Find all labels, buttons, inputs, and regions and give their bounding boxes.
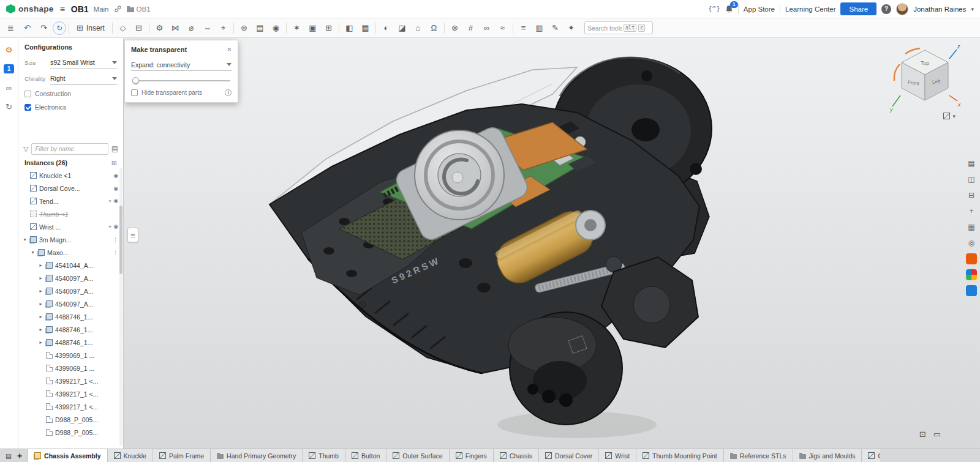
- linear-pattern-icon[interactable]: ▤: [252, 21, 268, 35]
- panel-toggle-button[interactable]: ≣: [127, 228, 138, 242]
- simulation-icon[interactable]: ≈: [495, 21, 510, 35]
- tab-thumb-mounting-point[interactable]: Thumb Mounting Point: [636, 449, 724, 462]
- integrated-app-multi-icon[interactable]: [966, 269, 977, 280]
- electronics-checkbox-row[interactable]: Electronics: [18, 100, 123, 114]
- tab-thumb[interactable]: Thumb: [303, 449, 345, 462]
- parts-panel-icon[interactable]: ▤: [966, 158, 977, 169]
- eye-icon[interactable]: ◉: [113, 223, 118, 230]
- properties-panel-icon[interactable]: ▦: [966, 222, 977, 233]
- construction-checkbox-row[interactable]: Construction: [18, 87, 123, 100]
- integrated-app-orange-icon[interactable]: [966, 253, 977, 264]
- rotate-up-arrow-icon[interactable]: [905, 48, 920, 54]
- view-cube[interactable]: Top Front Left y z x: [888, 42, 963, 115]
- list-view-icon[interactable]: ▤: [111, 144, 118, 153]
- attachments-rail-icon[interactable]: ∞: [4, 82, 15, 93]
- rotate-left-arrow-icon[interactable]: [894, 64, 900, 81]
- comments-rail-icon[interactable]: 1: [4, 63, 15, 74]
- 3d-viewport[interactable]: S92RSW Make transparent × Expand: connec…: [124, 38, 980, 449]
- selection-panel-icon[interactable]: ◎: [966, 237, 977, 248]
- instance-row[interactable]: ▸4488746_1...: [18, 323, 123, 336]
- measure-icon[interactable]: ⌂: [410, 21, 426, 35]
- featurescript-icon[interactable]: {^}: [708, 5, 720, 13]
- tree-chevron-icon[interactable]: ▸: [38, 288, 43, 294]
- measure-panel-icon[interactable]: +: [966, 206, 977, 217]
- tree-chevron-icon[interactable]: ▸: [38, 327, 43, 332]
- insert-button[interactable]: ⊞ Insert: [72, 21, 110, 35]
- tab-reference-stls[interactable]: Reference STLs: [724, 449, 793, 462]
- mate-icon[interactable]: ⌖: [108, 198, 111, 204]
- tab-dorsal-cover[interactable]: Dorsal Cover: [539, 449, 599, 462]
- tab-outer-surface[interactable]: Outer Surface: [386, 449, 449, 462]
- eye-icon[interactable]: ◉: [113, 198, 118, 204]
- instance-row[interactable]: ▸4540097_A...: [18, 297, 123, 310]
- named-positions-icon[interactable]: ⊞: [321, 21, 336, 35]
- gear-relation-icon[interactable]: ⚙: [152, 21, 167, 35]
- tree-chevron-icon[interactable]: ▾: [30, 250, 36, 255]
- belt-icon[interactable]: ∞: [479, 21, 494, 35]
- interference-icon[interactable]: ⊗: [447, 21, 462, 35]
- eye-icon[interactable]: ◉: [113, 173, 118, 179]
- instance-row[interactable]: Wrist ...⌖◉: [18, 220, 123, 233]
- configurations-tool-icon[interactable]: ≡: [516, 21, 531, 35]
- tab-palm-frame[interactable]: Palm Frame: [153, 449, 211, 462]
- tab-fingers[interactable]: Fingers: [450, 449, 494, 462]
- instances-collapse-icon[interactable]: ⊞: [111, 159, 117, 167]
- tab-button[interactable]: Button: [345, 449, 386, 462]
- parent-folder[interactable]: OB1: [127, 6, 151, 13]
- snapshot-icon[interactable]: ▣: [305, 21, 320, 35]
- share-link-icon[interactable]: [114, 5, 122, 13]
- tree-chevron-icon[interactable]: ▸: [38, 340, 43, 345]
- integrated-app-blue-icon[interactable]: [966, 285, 977, 296]
- notifications-button[interactable]: 1: [725, 5, 733, 13]
- tab-chassis-assembly[interactable]: Chassis Assembly: [28, 449, 107, 462]
- comments-panel-icon[interactable]: ◫: [966, 174, 977, 185]
- instance-row[interactable]: D988_P_005...: [18, 426, 123, 439]
- instance-row[interactable]: ▸4488746_1...: [18, 310, 123, 323]
- rack-pinion-relation-icon[interactable]: ⋈: [168, 21, 183, 35]
- group-icon[interactable]: ⊟: [131, 21, 146, 35]
- section-view-icon[interactable]: ◪: [394, 21, 410, 35]
- instance-row[interactable]: ▾3m Magn...⋮: [18, 233, 123, 246]
- update-icon[interactable]: ↻: [53, 21, 66, 35]
- instance-row[interactable]: 4399217_1 <...: [18, 374, 123, 387]
- electronics-checkbox[interactable]: [24, 104, 31, 111]
- tab-chassis[interactable]: Chassis: [494, 449, 539, 462]
- tab-outer[interactable]: Outer: [862, 449, 880, 462]
- instance-row[interactable]: 4399217_1 <...: [18, 387, 123, 400]
- tab-wrist[interactable]: Wrist: [599, 449, 636, 462]
- bom-panel-icon[interactable]: ⊟: [966, 190, 977, 201]
- panel-scrollbar-thumb[interactable]: [119, 206, 123, 274]
- instance-row[interactable]: Dorsal Cove...◉: [18, 182, 123, 195]
- tab-knuckle[interactable]: Knuckle: [108, 449, 153, 462]
- tree-chevron-icon[interactable]: ▸: [38, 263, 43, 268]
- slider-knob[interactable]: [132, 77, 139, 84]
- mate-connector-icon[interactable]: ⌖: [216, 21, 231, 35]
- undo-icon[interactable]: ↶: [20, 21, 35, 35]
- custom-table-icon[interactable]: ▥: [532, 21, 547, 35]
- screw-relation-icon[interactable]: ⌀: [184, 21, 199, 35]
- tree-chevron-icon[interactable]: ▸: [38, 301, 43, 307]
- slider-track[interactable]: [132, 80, 230, 81]
- present-icon[interactable]: ▭: [933, 430, 941, 439]
- drawing-icon[interactable]: ✎: [548, 21, 563, 35]
- instance-row[interactable]: 4399217_1 <...: [18, 400, 123, 413]
- configurations-rail-icon[interactable]: ⚙: [4, 44, 15, 55]
- document-menu-icon[interactable]: ≡: [59, 4, 66, 14]
- explode-icon[interactable]: ✶: [289, 21, 304, 35]
- panel-scrollbar[interactable]: [119, 168, 123, 446]
- size-select[interactable]: s92 Small Wrist: [50, 57, 117, 69]
- instance-row[interactable]: ▸4540097_A...: [18, 285, 123, 297]
- workspace-name[interactable]: Main: [94, 6, 109, 13]
- circular-pattern-icon[interactable]: ◉: [268, 21, 284, 35]
- tab-manager-icon[interactable]: ▤: [6, 452, 12, 460]
- render-icon[interactable]: ✦: [564, 21, 579, 35]
- instance-row[interactable]: 4399069_1 ...: [18, 362, 123, 374]
- transparency-slider[interactable]: [132, 76, 230, 85]
- add-tab-button[interactable]: +: [17, 451, 22, 461]
- assembly-3d-model[interactable]: S92RSW: [124, 38, 980, 449]
- instance-row[interactable]: 4399069_1 ...: [18, 349, 123, 362]
- tree-chevron-icon[interactable]: ▸: [38, 314, 43, 319]
- learning-center-link[interactable]: Learning Center: [785, 6, 835, 13]
- app-store-link[interactable]: App Store: [744, 6, 775, 13]
- instance-row[interactable]: ▾Maxo...⋮: [18, 246, 123, 259]
